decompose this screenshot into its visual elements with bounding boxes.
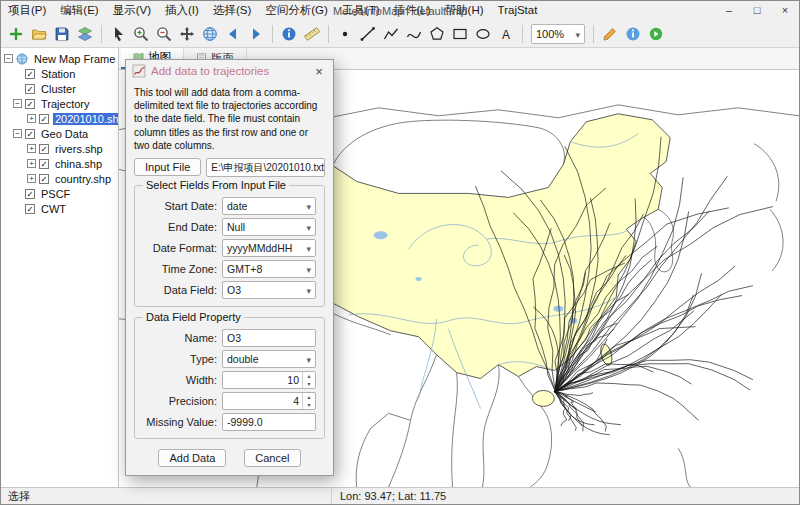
checkbox-checked-icon[interactable] (25, 204, 35, 214)
checkbox-checked-icon[interactable] (39, 159, 49, 169)
tree-item-map-frame[interactable]: New Map Frame (1, 51, 118, 66)
identify-tool-button[interactable] (278, 23, 300, 45)
add-layer-button[interactable] (5, 23, 27, 45)
spinner-down-icon[interactable] (303, 380, 315, 388)
checkbox-checked-icon[interactable] (39, 114, 49, 124)
new-polyline-button[interactable] (380, 23, 402, 45)
start-date-label: Start Date: (143, 200, 217, 212)
open-file-button[interactable] (28, 23, 50, 45)
measure-tool-button[interactable] (301, 23, 323, 45)
spinner-down-icon[interactable] (303, 401, 315, 409)
hainan-island (532, 390, 554, 406)
maximize-button[interactable]: □ (743, 1, 771, 20)
checkbox-checked-icon[interactable] (25, 129, 35, 139)
save-button[interactable] (51, 23, 73, 45)
folder-icon (31, 26, 47, 42)
data-field-select[interactable]: O3 (222, 281, 316, 299)
input-file-field[interactable]: E:\申报项目\20201010.txt (206, 158, 325, 177)
edit-tool-button[interactable] (599, 23, 621, 45)
full-extent-button[interactable] (199, 23, 221, 45)
checkbox-checked-icon[interactable] (25, 189, 35, 199)
data-field-label: Data Field: (143, 284, 217, 296)
info-circle-icon (625, 26, 641, 42)
spinner-up-icon[interactable] (303, 393, 315, 401)
new-curve-button[interactable] (403, 23, 425, 45)
width-spinner[interactable]: 10 (222, 371, 316, 389)
layers-button[interactable] (74, 23, 96, 45)
expand-icon[interactable] (27, 144, 36, 153)
close-button[interactable]: × (771, 1, 799, 20)
tree-item-pscf[interactable]: PSCF (1, 186, 118, 201)
dialog-titlebar[interactable]: Add data to trajectories × (126, 60, 333, 82)
new-text-button[interactable]: A (495, 23, 517, 45)
select-tool-button[interactable] (107, 23, 129, 45)
toolbar-separator (272, 25, 273, 43)
tree-item-station[interactable]: Station (1, 66, 118, 81)
menu-selection[interactable]: 选择(S) (206, 1, 258, 20)
dialog-close-button[interactable]: × (311, 64, 327, 79)
tree-item-country-shp[interactable]: country.shp (1, 171, 118, 186)
menu-insert[interactable]: 插入(I) (158, 1, 206, 20)
new-rectangle-button[interactable] (449, 23, 471, 45)
type-select[interactable]: double (222, 350, 316, 368)
chevron-down-icon (306, 221, 311, 233)
width-label: Width: (143, 374, 217, 386)
expand-icon[interactable] (27, 114, 36, 123)
date-format-select[interactable]: yyyyMMddHH (222, 239, 316, 257)
expand-icon[interactable] (27, 174, 36, 183)
run-button[interactable] (645, 23, 667, 45)
zoom-previous-button[interactable] (222, 23, 244, 45)
checkbox-checked-icon[interactable] (25, 84, 35, 94)
checkbox-checked-icon[interactable] (39, 144, 49, 154)
zoom-out-tool-button[interactable] (153, 23, 175, 45)
new-point-button[interactable] (334, 23, 356, 45)
time-zone-label: Time Zone: (143, 263, 217, 275)
spinner-up-icon[interactable] (303, 372, 315, 380)
menu-trajstat[interactable]: TrajStat (491, 1, 545, 20)
menu-spatial-analysis[interactable]: 空间分析(G) (258, 1, 335, 20)
zoom-level-combo[interactable]: 100% (531, 24, 585, 44)
map-frame-icon (16, 53, 28, 65)
toolbar-separator (522, 25, 523, 43)
attribute-info-button[interactable] (622, 23, 644, 45)
minimize-button[interactable]: – (715, 1, 743, 20)
precision-spinner[interactable]: 4 (222, 392, 316, 410)
tree-item-china-shp[interactable]: china.shp (1, 156, 118, 171)
menu-project[interactable]: 项目(P) (1, 1, 53, 20)
menu-view[interactable]: 显示(V) (106, 1, 158, 20)
cancel-button[interactable]: Cancel (244, 449, 300, 467)
new-ellipse-button[interactable] (472, 23, 494, 45)
pan-tool-button[interactable] (176, 23, 198, 45)
tree-item-cwt[interactable]: CWT (1, 201, 118, 216)
name-field[interactable]: O3 (222, 329, 316, 347)
collapse-icon[interactable] (13, 99, 22, 108)
tree-item-cluster[interactable]: Cluster (1, 81, 118, 96)
expand-icon[interactable] (27, 159, 36, 168)
pencil-icon (602, 26, 618, 42)
checkbox-checked-icon[interactable] (25, 69, 35, 79)
menu-edit[interactable]: 编辑(E) (53, 1, 105, 20)
tree-item-trajectory[interactable]: Trajectory (1, 96, 118, 111)
zoom-in-tool-button[interactable] (130, 23, 152, 45)
tree-item-geo-data[interactable]: Geo Data (1, 126, 118, 141)
tree-item-label: Station (39, 68, 77, 80)
start-date-select[interactable]: date (222, 197, 316, 215)
new-polygon-button[interactable] (426, 23, 448, 45)
new-line-button[interactable] (357, 23, 379, 45)
tree-item-label: Trajectory (39, 98, 92, 110)
checkbox-checked-icon[interactable] (39, 174, 49, 184)
add-data-button[interactable]: Add Data (158, 449, 226, 467)
checkbox-checked-icon[interactable] (25, 99, 35, 109)
zoom-next-button[interactable] (245, 23, 267, 45)
input-file-button[interactable]: Input File (134, 158, 201, 176)
collapse-icon[interactable] (13, 129, 22, 138)
time-zone-select[interactable]: GMT+8 (222, 260, 316, 278)
tree-item-rivers-shp[interactable]: rivers.shp (1, 141, 118, 156)
tree-item-20201010-shp[interactable]: 20201010.shp (1, 111, 118, 126)
statusbar: 选择 Lon: 93.47; Lat: 11.75 (1, 487, 799, 504)
data-field-property-group: Data Field Property Name: O3 Type: doubl… (134, 317, 325, 439)
collapse-icon[interactable] (4, 54, 13, 63)
missing-value-field[interactable]: -9999.0 (222, 413, 316, 431)
zoom-in-icon (133, 26, 149, 42)
end-date-select[interactable]: Null (222, 218, 316, 236)
